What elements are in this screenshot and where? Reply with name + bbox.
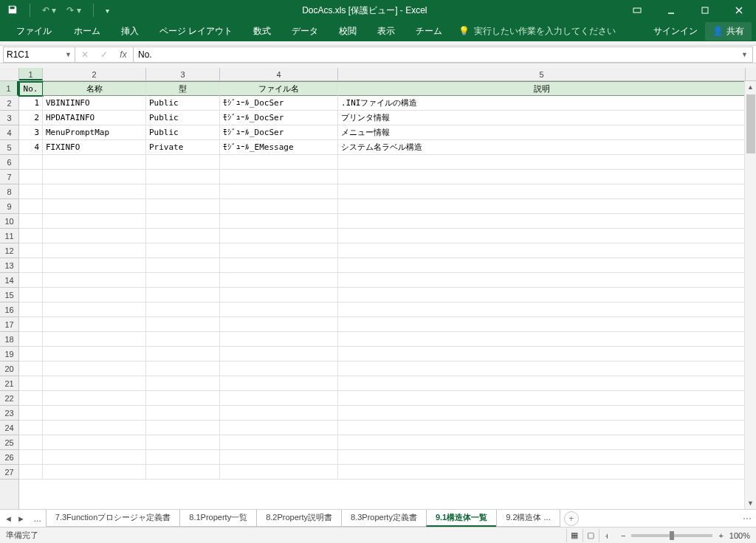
spreadsheet-grid[interactable]: 1 2 3 4 5 123456789101112131415161718192… xyxy=(0,68,756,509)
cell[interactable] xyxy=(220,184,338,199)
cell[interactable]: Public xyxy=(146,96,220,111)
tab-formulas[interactable]: 数式 xyxy=(243,21,281,42)
cell[interactable] xyxy=(338,214,746,229)
cell[interactable] xyxy=(220,362,338,376)
cell[interactable] xyxy=(220,317,338,332)
row-header[interactable]: 21 xyxy=(0,376,18,391)
row-header[interactable]: 10 xyxy=(0,214,18,229)
cell[interactable] xyxy=(19,465,43,480)
zoom-level[interactable]: 100% xyxy=(729,531,750,540)
cell[interactable] xyxy=(220,170,338,184)
cell[interactable] xyxy=(43,317,146,332)
cell[interactable] xyxy=(19,332,43,347)
row-header[interactable]: 26 xyxy=(0,450,18,465)
scroll-up-icon[interactable]: ▲ xyxy=(745,81,757,93)
cell[interactable] xyxy=(43,421,146,435)
maximize-icon[interactable] xyxy=(688,0,722,21)
tab-data[interactable]: データ xyxy=(281,21,329,42)
close-icon[interactable] xyxy=(722,0,756,21)
cell[interactable] xyxy=(338,406,746,421)
cell[interactable]: Private xyxy=(146,140,220,155)
tab-team[interactable]: チーム xyxy=(405,21,453,42)
tab-review[interactable]: 校閲 xyxy=(329,21,367,42)
cell[interactable] xyxy=(19,362,43,376)
cell[interactable] xyxy=(220,421,338,435)
cell[interactable] xyxy=(146,317,220,332)
cancel-formula-icon[interactable]: ✕ xyxy=(75,49,94,60)
enter-formula-icon[interactable]: ✓ xyxy=(94,49,114,60)
cell[interactable]: .INIファイルの構造 xyxy=(338,96,746,111)
tab-page-layout[interactable]: ページ レイアウト xyxy=(149,21,243,42)
cell[interactable] xyxy=(338,317,746,332)
cell[interactable] xyxy=(19,170,43,184)
cell[interactable]: ﾓｼﾞｭｰﾙ_DocSer xyxy=(220,96,338,111)
cell[interactable]: Public xyxy=(146,111,220,125)
tab-insert[interactable]: 挿入 xyxy=(111,21,149,42)
cell[interactable] xyxy=(338,288,746,302)
cell[interactable] xyxy=(338,258,746,273)
cell[interactable] xyxy=(220,435,338,450)
cell[interactable] xyxy=(19,273,43,288)
cell[interactable] xyxy=(220,332,338,347)
cell[interactable] xyxy=(220,302,338,317)
cell[interactable]: ﾓｼﾞｭｰﾙ_EMessage xyxy=(220,140,338,155)
cell[interactable] xyxy=(220,199,338,214)
sheet-overflow-icon[interactable]: ... xyxy=(30,513,46,524)
page-layout-view-icon[interactable]: ▢ xyxy=(583,529,599,542)
row-header[interactable]: 25 xyxy=(0,435,18,450)
cell[interactable] xyxy=(146,199,220,214)
cell[interactable] xyxy=(146,302,220,317)
undo-icon[interactable]: ↶ ▾ xyxy=(42,5,56,15)
cell[interactable]: VBINIINFO xyxy=(43,96,146,111)
cell[interactable]: システム名ラベル構造 xyxy=(338,140,746,155)
cell[interactable] xyxy=(338,273,746,288)
cell[interactable] xyxy=(220,376,338,391)
cell[interactable] xyxy=(146,243,220,258)
cell[interactable] xyxy=(146,184,220,199)
cell[interactable] xyxy=(146,155,220,170)
cell[interactable] xyxy=(19,435,43,450)
sheet-more-icon[interactable]: ⋯ xyxy=(743,513,752,524)
tab-home[interactable]: ホーム xyxy=(63,21,111,42)
cell[interactable] xyxy=(338,170,746,184)
cell[interactable] xyxy=(19,258,43,273)
cell[interactable] xyxy=(338,362,746,376)
cell[interactable] xyxy=(146,435,220,450)
cell[interactable] xyxy=(146,170,220,184)
page-break-view-icon[interactable]: ⫞ xyxy=(599,529,615,542)
cell[interactable] xyxy=(43,199,146,214)
cell[interactable] xyxy=(43,170,146,184)
cell[interactable]: プリンタ情報 xyxy=(338,111,746,125)
cell[interactable]: 1 xyxy=(19,96,43,111)
cell[interactable] xyxy=(19,406,43,421)
col-header[interactable]: 2 xyxy=(43,68,146,80)
cell[interactable] xyxy=(146,465,220,480)
cell[interactable]: 名称 xyxy=(43,82,146,96)
share-button[interactable]: 👤 共有 xyxy=(705,22,752,41)
cell[interactable] xyxy=(43,332,146,347)
row-header[interactable]: 2 xyxy=(0,96,18,111)
cell[interactable] xyxy=(43,214,146,229)
cell[interactable] xyxy=(146,288,220,302)
row-header[interactable]: 24 xyxy=(0,421,18,435)
cell[interactable]: 2 xyxy=(19,111,43,125)
cell[interactable] xyxy=(43,258,146,273)
sheet-tab[interactable]: 9.2構造体 ... xyxy=(496,510,560,527)
scroll-down-icon[interactable]: ▼ xyxy=(745,497,757,509)
select-all-button[interactable] xyxy=(0,68,19,80)
sheet-tab[interactable]: 7.3Functionプロシージャ定義書 xyxy=(46,510,180,527)
cell[interactable] xyxy=(19,391,43,406)
row-header[interactable]: 11 xyxy=(0,229,18,243)
cell[interactable] xyxy=(43,450,146,465)
row-header[interactable]: 19 xyxy=(0,347,18,362)
save-icon[interactable] xyxy=(7,4,18,17)
cell[interactable]: 型 xyxy=(146,82,220,96)
row-header[interactable]: 8 xyxy=(0,184,18,199)
row-header[interactable]: 6 xyxy=(0,155,18,170)
tab-view[interactable]: 表示 xyxy=(367,21,405,42)
cell[interactable]: 3 xyxy=(19,125,43,140)
cell[interactable] xyxy=(338,199,746,214)
cell[interactable] xyxy=(43,347,146,362)
zoom-out-icon[interactable]: − xyxy=(621,531,625,540)
cell[interactable] xyxy=(146,332,220,347)
